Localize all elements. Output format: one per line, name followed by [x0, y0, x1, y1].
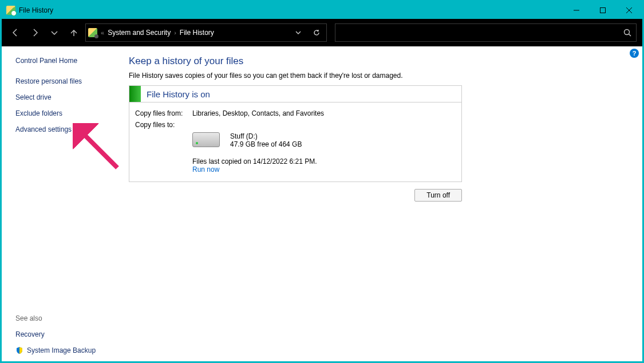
status-on-icon — [129, 86, 141, 102]
address-dropdown-button[interactable] — [291, 25, 306, 40]
svg-rect-1 — [600, 8, 606, 13]
page-heading: Keep a history of your files — [129, 56, 631, 67]
content-pane: ? Keep a history of your files File Hist… — [122, 46, 642, 361]
sidebar-exclude-folders[interactable]: Exclude folders — [15, 109, 115, 117]
sidebar-advanced-settings[interactable]: Advanced settings — [15, 125, 115, 133]
refresh-button[interactable] — [309, 25, 324, 40]
breadcrumb-prefix: « — [101, 29, 104, 36]
up-button[interactable] — [66, 25, 82, 41]
svg-line-6 — [629, 34, 631, 37]
window-controls — [563, 2, 642, 19]
titlebar-left: File History — [6, 6, 53, 15]
drive-info: Stuff (D:) 47.9 GB free of 464 GB — [230, 132, 302, 148]
recent-locations-button[interactable] — [46, 25, 62, 41]
svg-point-5 — [625, 30, 630, 35]
minimize-button[interactable] — [563, 2, 590, 19]
sidebar-select-drive[interactable]: Select drive — [15, 93, 115, 101]
breadcrumb-file-history[interactable]: File History — [180, 29, 214, 37]
close-button[interactable] — [616, 2, 642, 19]
chevron-right-icon: › — [174, 29, 176, 36]
drive-name: Stuff (D:) — [230, 132, 302, 140]
search-input[interactable] — [335, 23, 637, 42]
panel-body: Copy files from: Libraries, Desktop, Con… — [129, 102, 461, 182]
address-bar[interactable]: « System and Security › File History — [85, 23, 327, 42]
sidebar-recovery[interactable]: Recovery — [15, 330, 115, 338]
panel-title: File History is on — [141, 89, 210, 99]
copy-from-label: Copy files from: — [135, 109, 192, 117]
app-icon — [6, 6, 15, 15]
main-area: Control Panel Home Restore personal file… — [2, 46, 642, 361]
run-now-link[interactable]: Run now — [192, 165, 219, 173]
shield-icon — [15, 346, 23, 354]
sidebar-item-label: System Image Backup — [27, 346, 96, 354]
sidebar-control-panel-home[interactable]: Control Panel Home — [15, 57, 115, 65]
copy-from-row: Copy files from: Libraries, Desktop, Con… — [135, 109, 456, 117]
sidebar-restore-personal-files[interactable]: Restore personal files — [15, 77, 115, 85]
turn-off-button[interactable]: Turn off — [414, 189, 462, 202]
see-also-label: See also — [15, 314, 115, 322]
search-icon — [623, 29, 631, 37]
titlebar: File History — [2, 2, 642, 19]
drive-free: 47.9 GB free of 464 GB — [230, 140, 302, 148]
copy-to-label: Copy files to: — [135, 121, 192, 129]
page-subtext: File History saves copies of your files … — [129, 72, 631, 80]
sidebar: Control Panel Home Restore personal file… — [2, 46, 122, 361]
navbar: « System and Security › File History — [2, 19, 642, 46]
breadcrumb-system-security[interactable]: System and Security — [108, 29, 171, 37]
copy-from-value: Libraries, Desktop, Contacts, and Favori… — [192, 109, 324, 117]
maximize-button[interactable] — [590, 2, 616, 19]
button-row: Turn off — [129, 189, 462, 202]
panel-header: File History is on — [129, 86, 461, 102]
drive-row: Stuff (D:) 47.9 GB free of 464 GB — [192, 132, 456, 148]
help-icon[interactable]: ? — [630, 49, 639, 58]
back-button[interactable] — [7, 25, 23, 41]
drive-icon — [192, 132, 220, 147]
location-icon — [88, 28, 97, 37]
last-copied: Files last copied on 14/12/2022 6:21 PM. — [192, 157, 456, 165]
status-panel: File History is on Copy files from: Libr… — [129, 85, 462, 182]
forward-button[interactable] — [27, 25, 43, 41]
copy-to-row: Copy files to: — [135, 121, 456, 129]
window-title: File History — [19, 6, 53, 14]
sidebar-system-image-backup[interactable]: System Image Backup — [15, 346, 115, 354]
